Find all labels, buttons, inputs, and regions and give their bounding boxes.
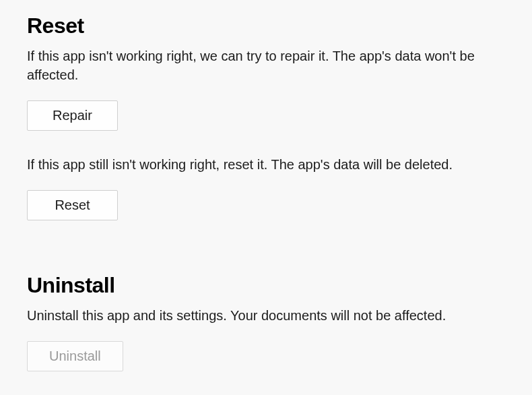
uninstall-description: Uninstall this app and its settings. You… — [27, 306, 485, 325]
uninstall-button[interactable]: Uninstall — [27, 341, 123, 371]
repair-description: If this app isn't working right, we can … — [27, 47, 485, 84]
uninstall-section: Uninstall Uninstall this app and its set… — [27, 273, 505, 390]
reset-button[interactable]: Reset — [27, 190, 118, 220]
reset-description: If this app still isn't working right, r… — [27, 155, 485, 174]
reset-section: Reset If this app isn't working right, w… — [27, 13, 505, 239]
repair-button[interactable]: Repair — [27, 100, 118, 131]
uninstall-title: Uninstall — [27, 273, 505, 298]
reset-title: Reset — [27, 13, 505, 38]
